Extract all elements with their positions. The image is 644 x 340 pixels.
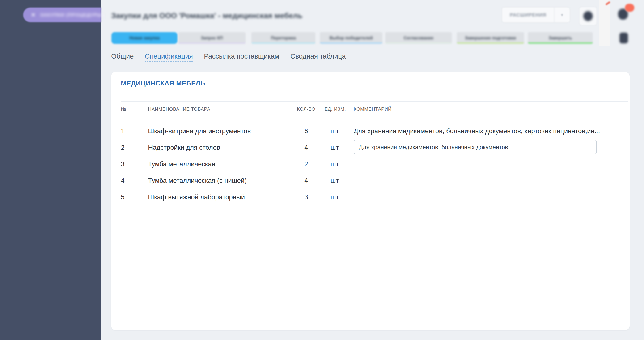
product-name: Тумба металлическая (с нишей) — [148, 177, 247, 184]
row-number: 2 — [121, 144, 125, 151]
gear-button[interactable] — [579, 6, 597, 26]
unit: шт. — [324, 160, 347, 168]
stepper-step[interactable]: Новая закупка — [112, 32, 178, 44]
extensions-button-label: РАСШИРЕНИЯ — [502, 8, 554, 22]
page-title: Закупки для ООО 'Ромашка' - медицинская … — [111, 11, 302, 20]
quantity: 4 — [294, 177, 318, 184]
stepper-step[interactable]: Переторжка — [252, 32, 316, 44]
chevron-down-icon[interactable]: ▼ — [554, 8, 570, 22]
stepper-step-label: Запрос КП — [201, 36, 223, 40]
stepper-progress-stripe — [320, 42, 382, 44]
row-number: 3 — [121, 160, 125, 168]
unit: шт. — [324, 194, 347, 201]
row-number: 5 — [121, 194, 125, 201]
lock-icon[interactable] — [620, 32, 628, 44]
gear-icon — [583, 11, 593, 21]
stepper-step-label: Выбор победителей — [330, 36, 373, 40]
table-row: 1 Шкаф-витрина для инструментов 6 шт. Дл… — [111, 123, 630, 139]
quantity: 6 — [294, 127, 318, 135]
quantity: 3 — [294, 194, 318, 201]
table-row: 4 Тумба металлическая (с нишей) 4 шт. — [111, 172, 630, 189]
row-number: 1 — [121, 127, 125, 135]
col-header-quantity: КОЛ-ВО — [294, 106, 318, 112]
product-name: Шкаф вытяжной лабораторный — [148, 194, 245, 201]
product-name: Тумба металлическая — [148, 160, 215, 168]
row-number: 4 — [121, 177, 125, 184]
stepper-progress-stripe — [112, 42, 178, 44]
procedures-button-label: ЗАКУПКИ (ПРОЦЕДУРЫ) — [40, 12, 104, 18]
comment-input[interactable] — [354, 140, 597, 154]
divider — [121, 119, 580, 120]
comment: Для хранения медикаментов, больничных до… — [354, 127, 619, 135]
card-title: МЕДИЦИНСКАЯ МЕБЕЛЬ — [121, 80, 206, 87]
stepper-step-label: Завершение подготовки — [465, 36, 516, 40]
table-row: 5 Шкаф вытяжной лабораторный 3 шт. — [111, 189, 630, 206]
stepper-step[interactable]: Завершение подготовки — [457, 32, 524, 44]
close-icon[interactable]: ✕ — [31, 12, 36, 18]
quantity: 2 — [294, 160, 318, 168]
table-row: 3 Тумба металлическая 2 шт. — [111, 156, 630, 172]
stepper-progress-stripe — [457, 42, 524, 44]
specification-card: МЕДИЦИНСКАЯ МЕБЕЛЬ № НАИМЕНОВАНИЕ ТОВАРА… — [111, 72, 630, 330]
stepper-step-label: Новая закупка — [129, 36, 160, 40]
sidebar: ✕ ЗАКУПКИ (ПРОЦЕДУРЫ) — [0, 0, 101, 340]
product-name: Надстройки для столов — [148, 144, 220, 151]
stepper-step[interactable]: Выбор победителей — [320, 32, 382, 44]
unit: шт. — [324, 127, 347, 135]
col-header-number: № — [121, 106, 126, 112]
stepper-step-label: Завершить — [549, 36, 572, 40]
tab-supplier-mailing[interactable]: Рассылка поставщикам — [204, 52, 279, 62]
tab-bar: Общие Спецификация Рассылка поставщикам … — [111, 52, 346, 62]
table-body: 1 Шкаф-витрина для инструментов 6 шт. Дл… — [111, 123, 630, 206]
stepper-step-label: Переторжка — [271, 36, 296, 40]
stepper-step[interactable]: Запрос КП — [178, 32, 246, 44]
tab-general[interactable]: Общие — [111, 52, 134, 62]
col-header-comment: КОММЕНТАРИЙ — [354, 106, 392, 112]
stepper-step[interactable]: Завершить — [528, 32, 593, 44]
stepper-progress-stripe — [528, 42, 593, 44]
quantity: 4 — [294, 144, 318, 151]
tab-summary-table[interactable]: Сводная таблица — [290, 52, 346, 62]
notifications-button[interactable] — [616, 3, 642, 22]
divider — [121, 101, 628, 102]
main-content: Закупки для ООО 'Ромашка' - медицинская … — [101, 0, 644, 340]
stepper-progress-stripe — [178, 42, 246, 44]
procedures-button[interactable]: ✕ ЗАКУПКИ (ПРОЦЕДУРЫ) — [23, 8, 101, 22]
col-header-unit: ЕД. ИЗМ. — [324, 106, 347, 112]
stepper-progress-stripe — [385, 42, 452, 44]
stepper-progress-stripe — [252, 42, 316, 44]
unit: шт. — [324, 177, 347, 184]
col-header-name: НАИМЕНОВАНИЕ ТОВАРА — [148, 106, 210, 112]
tab-specification[interactable]: Спецификация — [145, 52, 193, 62]
stepper-step[interactable]: Согласование — [385, 32, 452, 44]
table-header-row: № НАИМЕНОВАНИЕ ТОВАРА КОЛ-ВО ЕД. ИЗМ. КО… — [111, 106, 630, 116]
stepper-step-label: Согласование — [404, 36, 434, 40]
extensions-button[interactable]: РАСШИРЕНИЯ ▼ — [502, 7, 570, 23]
unit: шт. — [324, 144, 347, 151]
notification-badge — [625, 4, 634, 12]
table-row: 2 Надстройки для столов 4 шт. — [111, 139, 630, 156]
product-name: Шкаф-витрина для инструментов — [148, 127, 251, 135]
scroll-track — [599, 0, 610, 46]
